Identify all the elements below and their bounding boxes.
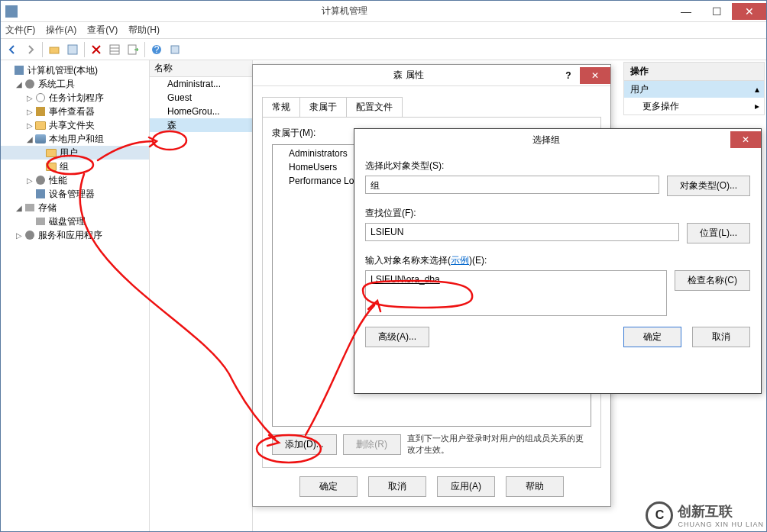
check-names-button[interactable]: 检查名称(C) — [675, 270, 750, 291]
tree-label: 本地用户和组 — [49, 133, 104, 146]
select-group-dialog: 选择组 ✕ 选择此对象类型(S): 组 对象类型(O)... 查找位置(F): … — [354, 128, 762, 394]
close-button[interactable]: ✕ — [732, 3, 766, 20]
help-button[interactable]: 帮助 — [506, 476, 564, 497]
tab-general[interactable]: 常规 — [262, 97, 300, 117]
cancel-button[interactable]: 取消 — [368, 476, 426, 497]
tree-label: 事件查看器 — [49, 105, 95, 118]
tree-label: 组 — [60, 160, 69, 173]
ok-button[interactable]: 确定 — [623, 327, 681, 347]
menu-file[interactable]: 文件(F) — [5, 24, 35, 37]
dialog-close-button[interactable]: ✕ — [730, 131, 761, 148]
refresh-button[interactable] — [167, 41, 183, 58]
tree-label: 任务计划程序 — [49, 92, 104, 105]
svg-rect-0 — [50, 47, 59, 53]
member-label: Administrators — [289, 148, 348, 159]
window-buttons: — ☐ ✕ — [671, 3, 766, 20]
tree-storage[interactable]: ◢存储 — [1, 201, 149, 214]
tree-system-tools[interactable]: ◢系统工具 — [1, 77, 149, 91]
dialog-help-button[interactable]: ? — [557, 70, 580, 81]
help-button[interactable]: ? — [148, 41, 165, 58]
toolbar: ? — [1, 39, 766, 60]
list-item[interactable]: Administrat... — [150, 77, 252, 91]
actions-sub[interactable]: 用户▴ — [624, 81, 764, 98]
watermark: C 创新互联 CHUANG XIN HU LIAN — [646, 501, 764, 529]
watermark-brand: 创新互联 — [678, 502, 764, 521]
properties-button[interactable] — [64, 41, 81, 58]
forward-button[interactable] — [22, 41, 39, 58]
tree-label: 共享文件夹 — [49, 119, 95, 132]
maximize-button[interactable]: ☐ — [701, 3, 732, 20]
actions-more[interactable]: 更多操作▸ — [624, 98, 764, 114]
actions-more-label: 更多操作 — [642, 100, 679, 113]
tree-device-manager[interactable]: 设备管理器 — [1, 187, 149, 201]
tree-event-viewer[interactable]: ▷事件查看器 — [1, 105, 149, 118]
list-item-label: Guest — [167, 92, 192, 103]
tree-disk-management[interactable]: 磁盘管理 — [1, 214, 149, 228]
names-label-post: )(E): — [469, 255, 487, 266]
list-item-label: HomeGrou... — [167, 106, 220, 117]
delete-button[interactable] — [88, 41, 105, 58]
dialog-title: 森 属性 — [261, 69, 557, 82]
apply-button[interactable]: 应用(A) — [437, 476, 495, 497]
location-button[interactable]: 位置(L)... — [687, 223, 750, 243]
dialog-close-button[interactable]: ✕ — [580, 67, 610, 84]
actions-header: 操作 — [624, 63, 764, 81]
tab-memberof[interactable]: 隶属于 — [299, 97, 347, 117]
tabs: 常规 隶属于 配置文件 — [262, 97, 601, 117]
toolbar-separator — [84, 42, 85, 57]
tree-label: 计算机管理(本地) — [28, 64, 98, 77]
dialog-buttons: 高级(A)... 确定 取消 — [365, 327, 750, 347]
tree-label: 系统工具 — [38, 78, 75, 91]
list-item-selected[interactable]: 森 — [150, 118, 252, 132]
watermark-logo: C — [646, 501, 673, 529]
list-item[interactable]: Guest — [150, 91, 252, 105]
cancel-button[interactable]: 取消 — [692, 327, 750, 347]
remove-button[interactable]: 删除(R) — [343, 434, 401, 455]
location-field[interactable]: LSIEUN — [365, 223, 679, 241]
tree-task-scheduler[interactable]: ▷任务计划程序 — [1, 91, 149, 105]
memberof-buttons: 添加(D)... 删除(R) 直到下一次用户登录时对用户的组成员关系的更改才生效… — [272, 433, 591, 456]
ok-button[interactable]: 确定 — [299, 476, 358, 497]
svg-rect-8 — [171, 46, 179, 53]
tab-profile[interactable]: 配置文件 — [346, 97, 403, 117]
menu-view[interactable]: 查看(V) — [87, 24, 118, 37]
tree-services-apps[interactable]: ▷服务和应用程序 — [1, 228, 149, 242]
tree-users[interactable]: 用户 — [1, 146, 149, 160]
titlebar: 计算机管理 — ☐ ✕ — [1, 1, 766, 22]
object-type-field[interactable]: 组 — [365, 176, 659, 194]
names-field[interactable]: LSIEUN\ora_dba — [365, 270, 667, 316]
tree-panel[interactable]: 计算机管理(本地) ◢系统工具 ▷任务计划程序 ▷事件查看器 ▷共享文件夹 ◢本… — [1, 60, 150, 531]
list-item[interactable]: HomeGrou... — [150, 105, 252, 118]
location-label: 查找位置(F): — [365, 207, 750, 220]
actions-sub-label: 用户 — [630, 83, 649, 96]
minimize-button[interactable]: — — [671, 3, 701, 20]
menu-action[interactable]: 操作(A) — [46, 24, 76, 37]
list-item-label: Administrat... — [167, 79, 221, 89]
list-button[interactable] — [106, 41, 123, 58]
up-button[interactable] — [46, 41, 63, 58]
names-label-pre: 输入对象名称来选择( — [365, 255, 451, 266]
tree-performance[interactable]: ▷性能 — [1, 173, 149, 187]
tree-root[interactable]: 计算机管理(本地) — [1, 63, 149, 77]
back-button[interactable] — [4, 41, 21, 58]
member-label: Performance Log — [289, 176, 359, 186]
object-type-button[interactable]: 对象类型(O)... — [667, 176, 750, 196]
export-button[interactable] — [125, 41, 141, 58]
tree-local-users-groups[interactable]: ◢本地用户和组 — [1, 132, 149, 146]
tree-label: 设备管理器 — [49, 188, 95, 201]
svg-rect-1 — [68, 45, 77, 54]
advanced-button[interactable]: 高级(A)... — [365, 327, 429, 347]
add-button[interactable]: 添加(D)... — [272, 434, 337, 455]
tree-groups[interactable]: 组 — [1, 160, 149, 173]
tree-shared-folders[interactable]: ▷共享文件夹 — [1, 118, 149, 132]
dialog-title: 选择组 — [362, 134, 730, 147]
menubar: 文件(F) 操作(A) 查看(V) 帮助(H) — [1, 22, 766, 39]
tree-label: 存储 — [38, 202, 57, 214]
dialog-body: 选择此对象类型(S): 组 对象类型(O)... 查找位置(F): LSIEUN… — [354, 150, 761, 356]
collapse-icon: ▴ — [755, 84, 759, 95]
tree-label: 用户 — [60, 147, 78, 160]
list-header[interactable]: 名称 — [150, 60, 252, 77]
menu-help[interactable]: 帮助(H) — [128, 24, 160, 37]
tree-label: 服务和应用程序 — [38, 229, 102, 242]
example-link[interactable]: 示例 — [451, 255, 469, 266]
